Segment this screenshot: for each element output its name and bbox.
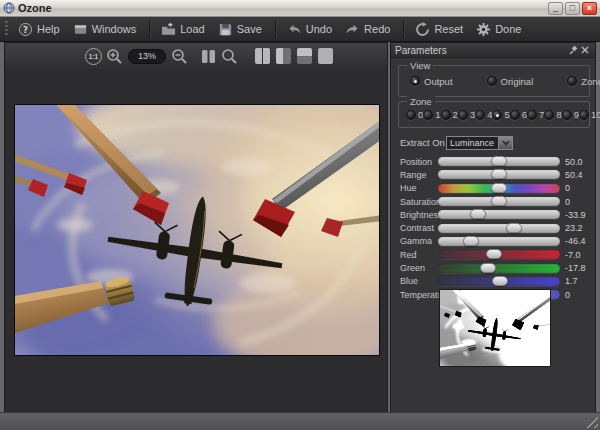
- slider-thumb[interactable]: [470, 209, 486, 219]
- toolbar-button-label: Redo: [364, 23, 390, 35]
- dropdown-arrow-button[interactable]: [498, 136, 513, 150]
- zone-option-2[interactable]: 2: [441, 109, 458, 120]
- view-mode-single-button[interactable]: [318, 48, 333, 64]
- slider-label: Saturation: [400, 197, 438, 207]
- slider-label: Green: [400, 263, 438, 273]
- slider-rows: Position50.0Range50.4Hue0Saturation0Brig…: [391, 155, 595, 301]
- zoom-in-button[interactable]: [106, 48, 123, 65]
- zone-option-6[interactable]: 6: [510, 109, 527, 120]
- help-icon: ?: [18, 22, 33, 37]
- parameters-panel-header[interactable]: Parameters: [391, 43, 595, 58]
- slider-thumb[interactable]: [486, 249, 502, 259]
- main-photo-airplane-cranes[interactable]: [14, 104, 380, 356]
- windows-button[interactable]: Windows: [68, 20, 145, 39]
- zone-option-9[interactable]: 9: [562, 109, 579, 120]
- slider-track[interactable]: [438, 197, 560, 206]
- slider-label: Range: [400, 170, 438, 180]
- toolbar-button-label: Save: [237, 23, 262, 35]
- slider-value: 50.4: [565, 170, 583, 180]
- slider-value: -7.0: [565, 250, 581, 260]
- slider-track[interactable]: [438, 184, 560, 193]
- extract-on-dropdown[interactable]: Luminance: [446, 136, 513, 150]
- zone-mask-preview-image: [440, 290, 550, 366]
- image-viewer-panel: 1:1 13%: [4, 42, 388, 413]
- view-mode-split-blend-button[interactable]: [276, 48, 291, 64]
- minimize-button[interactable]: _: [548, 2, 563, 15]
- toolbar-button-label: Reset: [434, 23, 463, 35]
- redo-button[interactable]: Redo: [340, 20, 398, 39]
- slider-track[interactable]: [438, 170, 560, 179]
- slider-thumb[interactable]: [491, 196, 507, 206]
- slider-thumb[interactable]: [491, 156, 507, 166]
- slider-row-red: Red-7.0: [391, 248, 595, 261]
- done-button[interactable]: Done: [471, 20, 529, 39]
- compare-button[interactable]: [200, 48, 217, 65]
- zone-option-5[interactable]: 5: [492, 109, 509, 120]
- slider-row-saturation: Saturation0: [391, 195, 595, 208]
- window-titlebar: Ozone _ □ ×: [0, 0, 600, 17]
- slider-label: Brightness: [400, 210, 438, 220]
- slider-thumb[interactable]: [491, 183, 507, 193]
- toolbar-separator: [403, 20, 405, 38]
- slider-thumb[interactable]: [480, 263, 496, 273]
- view-option-zone[interactable]: Zone: [567, 76, 600, 87]
- maximize-button[interactable]: □: [565, 2, 580, 15]
- radio-icon: [562, 110, 572, 120]
- view-mode-split-vertical-button[interactable]: [255, 48, 270, 64]
- toolbar-button-label: Help: [37, 23, 60, 35]
- pin-panel-button[interactable]: [567, 45, 579, 56]
- zone-option-3[interactable]: 3: [458, 109, 475, 120]
- zoom-out-button[interactable]: [171, 48, 188, 65]
- slider-thumb[interactable]: [492, 276, 508, 286]
- undo-button[interactable]: Undo: [282, 20, 340, 39]
- slider-value: -46.4: [565, 236, 586, 246]
- slider-value: 1.7: [565, 276, 578, 286]
- zone-option-7[interactable]: 7: [527, 109, 544, 120]
- slider-track[interactable]: [438, 264, 560, 273]
- zone-option-4[interactable]: 4: [475, 109, 492, 120]
- reset-button[interactable]: Reset: [410, 20, 471, 39]
- window-title: Ozone: [18, 0, 52, 17]
- toolbar-grip[interactable]: [5, 21, 8, 37]
- parameters-panel: Parameters View OutputOriginalZone Zone …: [390, 42, 596, 413]
- slider-track[interactable]: [438, 157, 560, 166]
- close-panel-button[interactable]: [579, 45, 591, 56]
- zoom-level-display[interactable]: 13%: [128, 49, 166, 64]
- toolbar-button-label: Windows: [92, 23, 137, 35]
- zone-option-8[interactable]: 8: [544, 109, 561, 120]
- slider-thumb[interactable]: [463, 236, 479, 246]
- actual-size-button[interactable]: 1:1: [85, 48, 102, 65]
- slider-thumb[interactable]: [491, 169, 507, 179]
- view-option-output[interactable]: Output: [410, 76, 453, 87]
- slider-track[interactable]: [438, 250, 560, 259]
- slider-track[interactable]: [438, 210, 560, 219]
- view-mode-split-horizontal-button[interactable]: [297, 48, 312, 64]
- view-option-label: Zone: [581, 76, 600, 87]
- undo-icon: [287, 22, 302, 37]
- slider-label: Gamma: [400, 236, 438, 246]
- load-button[interactable]: Load: [156, 20, 212, 39]
- view-option-original[interactable]: Original: [487, 76, 534, 87]
- slider-thumb[interactable]: [506, 223, 522, 233]
- reset-icon: [415, 22, 430, 37]
- help-button[interactable]: ?Help: [13, 20, 68, 39]
- zone-option-0[interactable]: 0: [406, 109, 423, 120]
- zone-mask-preview: [439, 289, 551, 367]
- slider-row-green: Green-17.8: [391, 261, 595, 274]
- slider-track[interactable]: [438, 277, 560, 286]
- zone-option-10[interactable]: 10: [579, 109, 596, 120]
- save-button[interactable]: Save: [213, 20, 270, 39]
- radio-icon: [423, 110, 433, 120]
- slider-track[interactable]: [438, 224, 560, 233]
- radio-icon: [579, 110, 589, 120]
- close-button[interactable]: ×: [582, 2, 597, 15]
- toolbar-button-label: Undo: [306, 23, 332, 35]
- resize-grip[interactable]: [586, 416, 598, 428]
- radio-icon: [441, 110, 451, 120]
- zone-option-1[interactable]: 1: [423, 109, 440, 120]
- slider-track[interactable]: [438, 237, 560, 246]
- slider-value: 0: [565, 197, 570, 207]
- slider-label: Blue: [400, 276, 438, 286]
- extract-on-label: Extract On: [400, 137, 446, 148]
- magnifier-button[interactable]: [221, 48, 238, 65]
